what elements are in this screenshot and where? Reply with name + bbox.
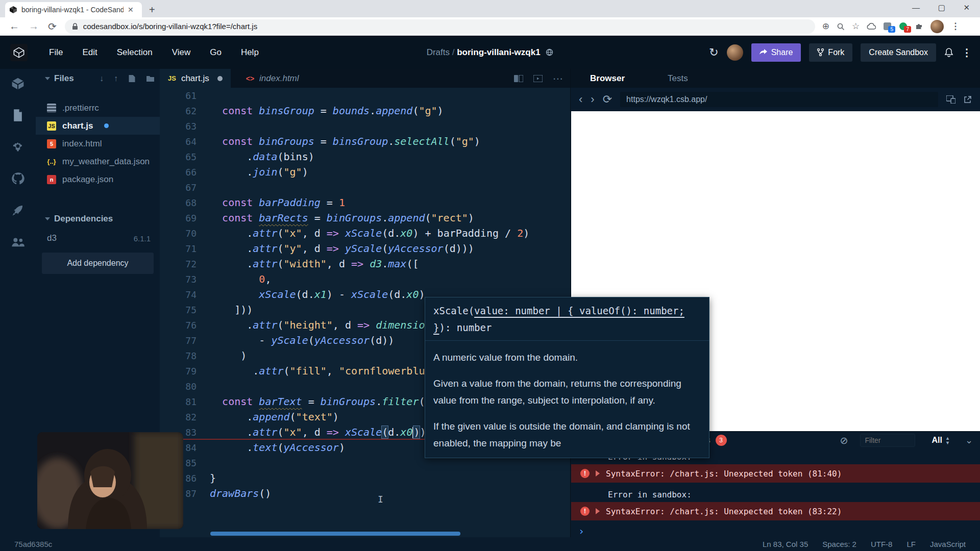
file-item-my_weather_data.json[interactable]: {..}my_weather_data.json: [36, 153, 160, 170]
menu-view[interactable]: View: [172, 47, 191, 58]
code-line-69[interactable]: 69 const barRects = binGroups.append("re…: [160, 210, 570, 226]
preview-url-field[interactable]: https://wzqk1.csb.app/: [620, 92, 938, 107]
header-more-icon[interactable]: ⋮: [962, 46, 972, 59]
status-item[interactable]: Ln 83, Col 35: [763, 540, 808, 548]
file-explorer-icon[interactable]: [10, 108, 26, 123]
file-item-chart.js[interactable]: JSchart.js: [36, 117, 160, 135]
notifications-bell-icon[interactable]: [944, 47, 953, 58]
status-item[interactable]: LF: [906, 540, 916, 548]
user-avatar[interactable]: [727, 44, 743, 61]
console-error-entry[interactable]: !SyntaxError: /chart.js: Unexpected toke…: [571, 502, 980, 520]
extensions-puzzle-icon[interactable]: [915, 22, 923, 31]
collapse-dependencies-icon[interactable]: [45, 217, 50, 220]
address-bar[interactable]: codesandbox.io/s/boring-villani-wzqk1?fi…: [65, 19, 815, 34]
search-icon[interactable]: [837, 22, 845, 31]
menu-file[interactable]: File: [49, 47, 63, 58]
browser-profile-avatar[interactable]: [930, 20, 944, 33]
code-line-72[interactable]: 72 .attr("width", d => d3.max([: [160, 256, 570, 271]
editor-tab-index.html[interactable]: <>index.html: [238, 69, 307, 88]
status-item[interactable]: Spaces: 2: [822, 540, 856, 548]
new-file-icon[interactable]: [128, 74, 136, 83]
file-item-package.json[interactable]: npackage.json: [36, 170, 160, 188]
share-button[interactable]: Share: [751, 43, 801, 62]
github-icon[interactable]: [10, 171, 26, 186]
deploy-rocket-icon[interactable]: [10, 203, 26, 218]
sandbox-info-icon[interactable]: [10, 76, 26, 91]
fork-button[interactable]: Fork: [809, 43, 852, 62]
menu-selection[interactable]: Selection: [117, 47, 153, 58]
preview-tab-tests[interactable]: Tests: [668, 73, 688, 84]
preview-back-icon[interactable]: ‹: [579, 93, 582, 106]
code-line-63[interactable]: 63: [160, 118, 570, 134]
open-preview-icon[interactable]: [533, 75, 543, 82]
code-line-73[interactable]: 73 0,: [160, 271, 570, 287]
responsive-mode-icon[interactable]: [946, 95, 955, 104]
preview-tab-browser[interactable]: Browser: [590, 73, 625, 84]
project-name[interactable]: boring-villani-wzqk1: [457, 47, 540, 57]
add-dependency-button[interactable]: Add dependency: [42, 253, 154, 274]
upload-icon[interactable]: ↑: [114, 74, 118, 83]
codesandbox-logo[interactable]: [10, 44, 28, 61]
cloud-download-icon[interactable]: [867, 23, 876, 30]
status-item[interactable]: UTF-8: [871, 540, 893, 548]
code-line-61[interactable]: 61: [160, 88, 570, 103]
window-close-icon[interactable]: ✕: [963, 3, 970, 12]
expand-error-icon[interactable]: [596, 470, 600, 477]
forward-icon[interactable]: →: [29, 20, 39, 32]
menu-go[interactable]: Go: [210, 47, 222, 58]
log-level-select[interactable]: All ▴▾: [932, 436, 948, 445]
breadcrumb-folder[interactable]: Drafts: [427, 47, 450, 57]
menu-help[interactable]: Help: [241, 47, 259, 58]
console-error-entry[interactable]: !SyntaxError: /chart.js: Unexpected toke…: [571, 464, 980, 483]
preview-refresh-icon[interactable]: ⟳: [603, 93, 612, 106]
bookmark-star-icon[interactable]: ☆: [852, 21, 860, 32]
dependencies-header[interactable]: Dependencies: [36, 210, 160, 228]
code-line-68[interactable]: 68 const barPadding = 1: [160, 195, 570, 210]
open-in-new-window-icon[interactable]: [964, 95, 972, 104]
browser-menu-icon[interactable]: ⋮: [951, 21, 960, 32]
clear-console-icon[interactable]: ⊘: [840, 435, 848, 446]
window-minimize-icon[interactable]: —: [912, 3, 920, 12]
code-line-64[interactable]: 64 const binGroups = binsGroup.selectAll…: [160, 134, 570, 149]
files-panel-header[interactable]: Files ↓ ↑: [36, 69, 160, 88]
settings-gear-icon[interactable]: [10, 139, 26, 155]
code-line-87[interactable]: 87drawBars(): [160, 486, 570, 501]
tab-close-icon[interactable]: ✕: [128, 6, 134, 14]
code-line-66[interactable]: 66 .join("g"): [160, 164, 570, 180]
zoom-page-icon[interactable]: ⊕: [822, 21, 829, 32]
live-collaboration-icon[interactable]: [10, 234, 26, 249]
back-icon[interactable]: ←: [9, 20, 19, 32]
reload-icon[interactable]: ⟳: [48, 20, 57, 33]
menu-edit[interactable]: Edit: [82, 47, 97, 58]
new-tab-icon[interactable]: +: [149, 4, 155, 16]
window-maximize-icon[interactable]: ▢: [938, 3, 945, 12]
split-editor-icon[interactable]: [514, 75, 523, 82]
collapse-console-icon[interactable]: ⌄: [965, 435, 973, 446]
preview-forward-icon[interactable]: ›: [591, 93, 594, 106]
editor-tab-chart.js[interactable]: JSchart.js: [160, 69, 231, 88]
horizontal-scrollbar[interactable]: [210, 532, 460, 536]
code-line-62[interactable]: 62 const binsGroup = bounds.append("g"): [160, 103, 570, 118]
new-folder-icon[interactable]: [146, 75, 155, 82]
extension-icon-1[interactable]: 5: [883, 22, 892, 31]
code-line-70[interactable]: 70 .attr("x", d => xScale(d.x0) + barPad…: [160, 226, 570, 241]
file-item-index.html[interactable]: 5index.html: [36, 135, 160, 153]
refresh-sandbox-icon[interactable]: ↻: [709, 46, 718, 59]
code-line-67[interactable]: 67: [160, 180, 570, 195]
browser-tab[interactable]: boring-villani-wzqk1 - CodeSand ✕: [5, 2, 142, 17]
editor-more-actions-icon[interactable]: ⋯: [553, 72, 563, 85]
status-item[interactable]: JavaScript: [930, 540, 966, 548]
console-prompt[interactable]: ›: [571, 523, 980, 539]
code-line-65[interactable]: 65 .data(bins): [160, 149, 570, 164]
code-line-71[interactable]: 71 .attr("y", d => yScale(yAccessor(d))): [160, 241, 570, 256]
extension-icon-2[interactable]: 7: [899, 22, 908, 31]
dependency-d3[interactable]: d36.1.1: [36, 228, 160, 248]
code-line-86[interactable]: 86}: [160, 470, 570, 486]
privacy-globe-icon[interactable]: [546, 48, 553, 56]
create-sandbox-button[interactable]: Create Sandbox: [861, 43, 936, 62]
file-item-.prettierrc[interactable]: .prettierrc: [36, 99, 160, 117]
expand-error-icon[interactable]: [596, 508, 600, 514]
collapse-files-icon[interactable]: [45, 77, 50, 80]
export-icon[interactable]: ↓: [100, 74, 104, 83]
console-filter-input[interactable]: [860, 434, 915, 447]
